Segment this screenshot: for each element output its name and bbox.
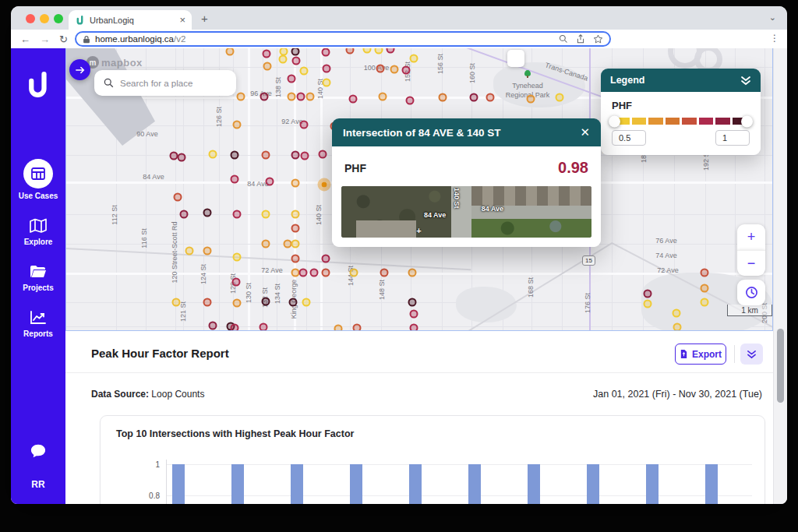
map-canvas[interactable]: 100 Ave96 Ave96 Ave92 Ave90 Ave84 Ave84 …	[65, 48, 773, 331]
map-search-box[interactable]: Search for a place	[94, 70, 236, 96]
map-intersection-dot[interactable]	[701, 298, 709, 307]
map-intersection-dot[interactable]	[406, 97, 415, 105]
map-intersection-dot[interactable]	[233, 121, 242, 129]
map-intersection-dot[interactable]	[231, 151, 239, 160]
map-intersection-dot[interactable]	[292, 57, 301, 65]
chart-bar[interactable]	[291, 464, 303, 504]
map-intersection-dot[interactable]	[300, 121, 309, 129]
sidebar-item-projects[interactable]: Projects	[19, 263, 58, 292]
map-intersection-dot[interactable]	[353, 324, 362, 332]
map-intersection-dot[interactable]	[203, 298, 212, 307]
map-intersection-dot[interactable]	[279, 55, 288, 64]
map-intersection-dot[interactable]	[299, 269, 308, 277]
sidebar-item-explore[interactable]: Explore	[19, 217, 58, 246]
map-intersection-dot[interactable]	[262, 210, 270, 219]
map-intersection-dot[interactable]	[387, 48, 395, 54]
time-filter-button[interactable]	[737, 280, 765, 305]
forward-button[interactable]: →	[40, 33, 50, 45]
map-intersection-dot[interactable]	[203, 209, 212, 217]
map-intersection-dot[interactable]	[379, 93, 387, 101]
map-intersection-dot[interactable]	[300, 67, 309, 76]
new-tab-button[interactable]: +	[201, 12, 208, 25]
browser-menu-icon[interactable]: ⋮	[770, 33, 779, 44]
map-intersection-dot[interactable]	[349, 95, 358, 104]
chat-bubble-icon[interactable]	[30, 443, 47, 459]
map-intersection-dot[interactable]	[306, 93, 315, 101]
map-intersection-dot[interactable]	[376, 65, 385, 73]
browser-tab[interactable]: UrbanLogiq ×	[69, 10, 192, 30]
map-intersection-dot[interactable]	[410, 324, 418, 332]
map-intersection-dot[interactable]	[185, 247, 194, 255]
map-intersection-dot[interactable]	[410, 55, 418, 63]
zoom-page-icon[interactable]	[559, 34, 568, 44]
map-intersection-dot[interactable]	[322, 269, 330, 277]
url-bar[interactable]: home.urbanlogiq.ca/v2	[75, 31, 611, 47]
legend-slider-handle-min[interactable]	[609, 115, 620, 127]
map-intersection-dot[interactable]	[408, 298, 417, 307]
map-intersection-dot[interactable]	[323, 65, 331, 73]
minimize-window-icon[interactable]	[40, 14, 49, 23]
legend-max-input[interactable]: 1	[715, 130, 750, 146]
chart-bar[interactable]	[705, 464, 718, 504]
map-intersection-dot[interactable]	[231, 324, 239, 332]
map-intersection-dot[interactable]	[263, 50, 271, 58]
selected-intersection-dot[interactable]	[318, 178, 331, 192]
bookmark-star-icon[interactable]	[593, 34, 603, 44]
tabstrip-chevron-icon[interactable]: ⌄	[769, 12, 776, 23]
map-intersection-dot[interactable]	[231, 175, 239, 184]
export-button[interactable]: Export	[675, 344, 726, 365]
share-icon[interactable]	[576, 34, 585, 44]
chart-bar[interactable]	[468, 464, 481, 504]
map-intersection-dot[interactable]	[363, 48, 372, 54]
map-intersection-dot[interactable]	[237, 93, 245, 101]
legend-header[interactable]: Legend	[601, 69, 761, 92]
map-intersection-dot[interactable]	[334, 325, 343, 332]
map-intersection-dot[interactable]	[262, 151, 270, 160]
map-intersection-dot[interactable]	[291, 224, 300, 233]
map-intersection-dot[interactable]	[701, 284, 709, 293]
scrollbar-thumb[interactable]	[777, 329, 784, 403]
map-intersection-dot[interactable]	[209, 322, 217, 330]
sidebar-expand-arrow-button[interactable]	[69, 59, 90, 80]
map-intersection-dot[interactable]	[209, 150, 217, 159]
map-intersection-dot[interactable]	[233, 299, 242, 308]
chart-bar[interactable]	[409, 464, 422, 504]
map-intersection-dot[interactable]	[288, 75, 296, 83]
chart-bar[interactable]	[587, 464, 599, 504]
map-intersection-dot[interactable]	[233, 210, 242, 219]
map-intersection-dot[interactable]	[178, 153, 186, 162]
map-intersection-dot[interactable]	[291, 240, 300, 248]
map-intersection-dot[interactable]	[410, 310, 418, 319]
zoom-out-button[interactable]: −	[737, 250, 765, 276]
map-intersection-dot[interactable]	[673, 323, 682, 332]
map-intersection-dot[interactable]	[260, 93, 269, 101]
user-initials-badge[interactable]: RR	[31, 479, 44, 490]
map-intersection-dot[interactable]	[644, 290, 652, 298]
map-intersection-dot[interactable]	[346, 48, 355, 55]
map-intersection-dot[interactable]	[402, 66, 411, 75]
popup-close-icon[interactable]: ✕	[580, 125, 590, 139]
mapbox-attribution[interactable]: m mapbox	[87, 56, 143, 69]
map-intersection-dot[interactable]	[291, 210, 300, 219]
map-intersection-dot[interactable]	[322, 48, 330, 57]
map-intersection-dot[interactable]	[266, 178, 274, 186]
map-intersection-dot[interactable]	[380, 269, 389, 277]
map-intersection-dot[interactable]	[439, 93, 447, 102]
map-intersection-dot[interactable]	[350, 269, 358, 277]
map-intersection-dot[interactable]	[322, 255, 330, 263]
map-intersection-dot[interactable]	[291, 255, 300, 263]
map-intersection-dot[interactable]	[233, 253, 242, 262]
close-window-icon[interactable]	[26, 14, 35, 23]
map-intersection-dot[interactable]	[527, 95, 535, 104]
map-intersection-dot[interactable]	[486, 93, 495, 102]
fullscreen-window-icon[interactable]	[54, 14, 63, 23]
map-intersection-dot[interactable]	[673, 309, 681, 318]
map-intersection-dot[interactable]	[260, 323, 268, 332]
map-control-button[interactable]	[507, 50, 524, 67]
map-intersection-dot[interactable]	[319, 150, 327, 159]
chart-bar[interactable]	[350, 464, 362, 504]
page-scrollbar[interactable]	[773, 48, 787, 504]
chart-bar[interactable]	[646, 464, 659, 504]
chart-bar[interactable]	[172, 464, 185, 504]
map-intersection-dot[interactable]	[310, 269, 319, 277]
